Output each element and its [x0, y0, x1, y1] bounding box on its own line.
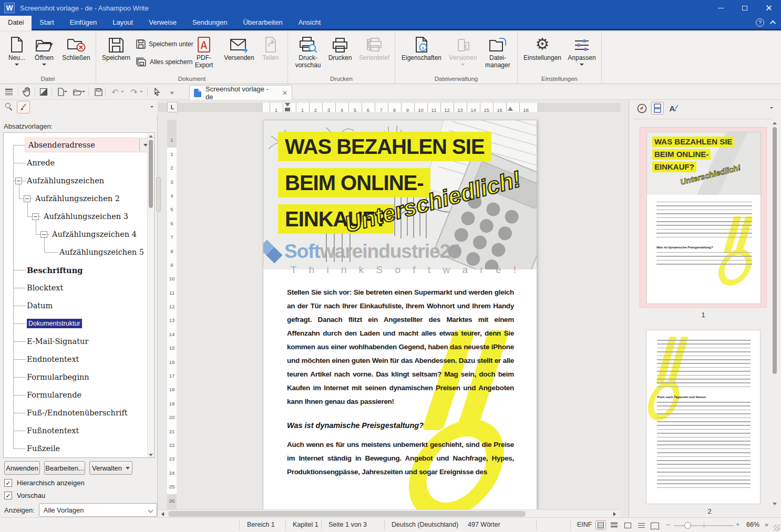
continuous-view-icon[interactable]	[609, 520, 619, 530]
style-item-aufzaehlungszeichen-4[interactable]: Aufzählungszeichen 4	[4, 225, 154, 243]
zoom-slider-knob[interactable]	[684, 522, 691, 529]
tab-layout[interactable]: Layout	[105, 16, 141, 29]
close-button[interactable]	[757, 0, 781, 16]
page-1[interactable]: WAS BEZAHLEN SIE BEIM ONLINE- EINKAUF? U…	[263, 120, 537, 510]
collapse-toggle-icon[interactable]	[24, 195, 30, 202]
zoom-percent[interactable]: 66%	[746, 521, 759, 528]
tab-ansicht[interactable]: Ansicht	[291, 16, 329, 29]
style-item-dokumentstruktur[interactable]: Dokumentstruktur	[4, 315, 154, 332]
navigator-compass-icon[interactable]	[635, 102, 648, 114]
style-item-fusszeile[interactable]: Fußzeile	[4, 440, 154, 457]
preview-checkbox-row[interactable]: ✓ Vorschau	[4, 492, 45, 499]
status-page[interactable]: Seite 1 von 3	[328, 521, 367, 528]
tab-stop-selector[interactable]: L	[167, 102, 178, 112]
tab-einfuegen[interactable]: Einfügen	[62, 16, 105, 29]
book-view-icon[interactable]	[650, 520, 660, 530]
style-item-email-signatur[interactable]: E-Mail-Signatur	[4, 332, 154, 350]
template-filter-select[interactable]: Alle Vorlagen	[39, 503, 157, 517]
settings-button[interactable]: ⚙ Einstellungen	[522, 34, 563, 62]
collapse-ribbon-button[interactable]	[770, 20, 776, 26]
open-button[interactable]: Öffnen	[32, 34, 57, 66]
print-button[interactable]: Drucken	[326, 34, 354, 62]
tab-datei[interactable]: Datei	[0, 16, 32, 30]
collapse-toggle-icon[interactable]	[32, 213, 39, 220]
scroll-up-icon[interactable]	[773, 122, 777, 124]
scroll-right-button[interactable]	[611, 512, 618, 517]
thumbnail-page-1-selected[interactable]: WAS BEZAHLEN SIE BEIM ONLINE- EINKAUF? U…	[640, 127, 767, 308]
properties-button[interactable]: Eigenschaften	[400, 34, 443, 62]
dropdown-icon[interactable]	[140, 91, 143, 92]
tab-close-icon[interactable]: ✕	[282, 89, 287, 97]
tab-start[interactable]: Start	[32, 16, 61, 29]
send-button[interactable]: Versenden	[222, 34, 256, 62]
scroll-down-icon[interactable]	[149, 454, 153, 456]
status-word-count[interactable]: 497 Wörter	[468, 521, 500, 528]
manage-styles-button[interactable]: Verwalten	[89, 461, 132, 475]
zoom-in-button[interactable]: +	[736, 521, 739, 528]
list-scrollbar[interactable]	[147, 133, 153, 458]
undo-icon[interactable]: ↶	[109, 86, 121, 98]
maximize-button[interactable]	[733, 0, 757, 16]
first-line-indent-marker[interactable]	[285, 103, 290, 107]
checkbox-checked-icon[interactable]: ✓	[4, 492, 12, 499]
font-styles-icon[interactable]: A	[668, 102, 681, 114]
save-quick-icon[interactable]	[93, 86, 104, 98]
scroll-left-button[interactable]	[159, 512, 166, 517]
zoom-out-button[interactable]: –	[666, 521, 670, 528]
print-preview-button[interactable]: Druck-vorschau	[292, 34, 324, 69]
style-item-fuss-endnotenueberschrift[interactable]: Fuß-/Endnotenüberschrift	[4, 404, 154, 422]
open-quick-icon[interactable]	[71, 86, 83, 98]
dropdown-icon[interactable]	[150, 106, 153, 108]
style-item-endnotentext[interactable]: Endnotentext	[4, 350, 154, 368]
tab-verweise[interactable]: Verweise	[141, 16, 184, 29]
save-as-button[interactable]: Speichern unter	[136, 39, 193, 49]
dropdown-icon[interactable]	[82, 91, 85, 92]
format-paint-button[interactable]	[17, 101, 30, 113]
tab-ueberarbeiten[interactable]: Überarbeiten	[235, 16, 290, 29]
minimize-button[interactable]	[708, 0, 733, 16]
style-item-absenderadresse[interactable]: Absenderadresse	[4, 136, 154, 154]
panel-scrollbar[interactable]	[772, 124, 778, 502]
scroll-down-icon[interactable]	[773, 503, 777, 505]
new-button[interactable]: Neu...	[4, 34, 29, 66]
style-item-formularende[interactable]: Formularende	[4, 386, 154, 404]
close-document-button[interactable]: Schließen	[60, 34, 93, 62]
body-text[interactable]: Stellen Sie sich vor: Sie betreten einen…	[287, 286, 514, 479]
checkbox-checked-icon[interactable]: ✓	[4, 479, 12, 487]
statusbar-overflow-icon[interactable]: »	[765, 521, 768, 528]
redo-icon[interactable]: ↷	[128, 86, 140, 98]
right-indent-marker[interactable]	[508, 107, 513, 111]
help-button[interactable]: ?	[756, 18, 764, 27]
save-all-button[interactable]: Alles speichern	[136, 57, 192, 67]
resize-grip[interactable]	[774, 525, 780, 531]
style-item-anrede[interactable]: Anrede	[4, 154, 154, 172]
status-insert-mode[interactable]: EINF	[577, 521, 592, 528]
tab-sendungen[interactable]: Sendungen	[184, 16, 235, 29]
style-item-formularbeginn[interactable]: Formularbeginn	[4, 368, 154, 386]
document-canvas[interactable]: WAS BEZAHLEN SIE BEIM ONLINE- EINKAUF? U…	[158, 112, 620, 510]
style-item-aufzaehlungszeichen-3[interactable]: Aufzählungszeichen 3	[4, 207, 154, 225]
outline-view-icon[interactable]	[636, 520, 646, 530]
select-cursor-icon[interactable]	[151, 86, 163, 98]
style-item-aufzaehlungszeichen-2[interactable]: Aufzählungszeichen 2	[4, 190, 154, 207]
style-item-datum[interactable]: Datum	[4, 297, 154, 315]
save-button[interactable]: Speichern	[101, 34, 131, 62]
style-item-blocktext[interactable]: Blocktext	[4, 279, 154, 297]
customize-button[interactable]: Anpassen	[566, 34, 598, 66]
hierarchical-checkbox-row[interactable]: ✓ Hierarchisch anzeigen	[4, 479, 85, 487]
thumbnail-page-1[interactable]: WAS BEZAHLEN SIE BEIM ONLINE- EINKAUF? U…	[646, 132, 761, 304]
contrast-view-icon[interactable]	[38, 86, 49, 98]
scrollbar-thumb[interactable]	[149, 140, 153, 208]
scrollbar-thumb[interactable]	[168, 511, 526, 517]
dropdown-icon[interactable]	[64, 91, 67, 92]
style-item-highlight[interactable]: Absenderadresse	[25, 138, 152, 152]
collapse-toggle-icon[interactable]	[40, 231, 47, 238]
scroll-up-icon[interactable]	[149, 135, 153, 138]
document-horizontal-scrollbar[interactable]	[158, 509, 620, 517]
document-tab[interactable]: Screenshot vorlage - de ✕	[189, 85, 292, 100]
single-page-view-icon[interactable]	[622, 520, 633, 530]
paragraph-marks-icon[interactable]	[3, 86, 15, 98]
left-indent-marker[interactable]	[285, 108, 290, 111]
collapse-toggle-icon[interactable]	[15, 178, 22, 184]
toolbar-overflow-icon[interactable]: »	[166, 86, 178, 98]
